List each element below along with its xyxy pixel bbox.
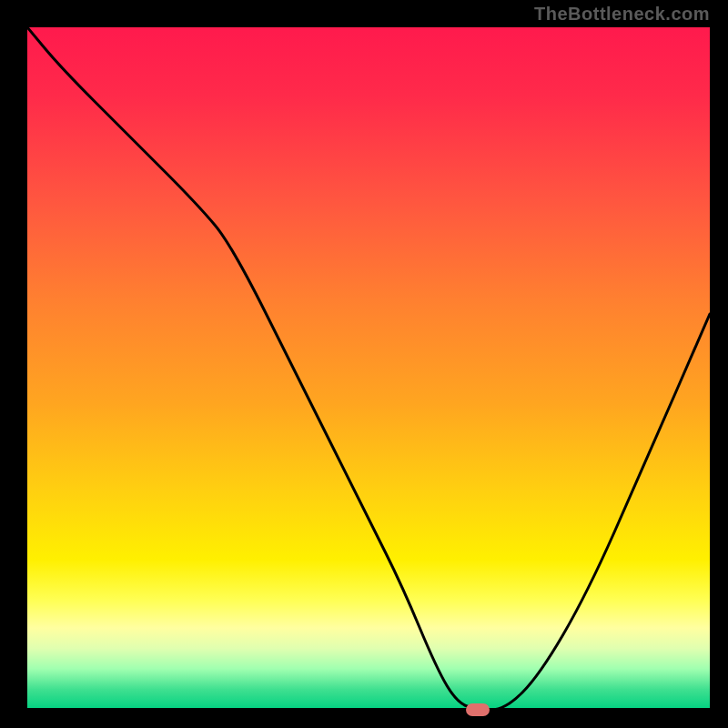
bottleneck-curve-line — [27, 27, 710, 710]
plot-area — [27, 27, 710, 710]
attribution-text: TheBottleneck.com — [534, 4, 710, 25]
optimal-marker — [466, 703, 490, 716]
bottleneck-chart: TheBottleneck.com — [0, 0, 728, 728]
curve-layer — [27, 27, 710, 710]
